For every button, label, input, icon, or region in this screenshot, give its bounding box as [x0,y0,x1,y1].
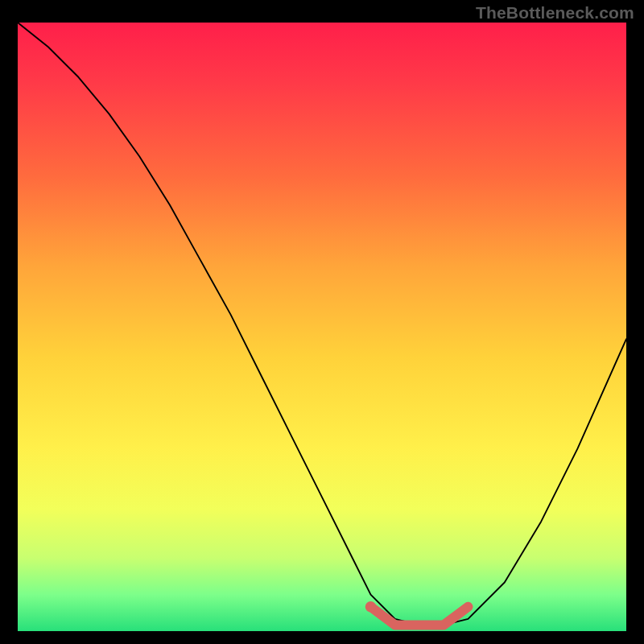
chart-stage: TheBottleneck.com [0,0,644,644]
chart-svg [18,23,626,631]
watermark-label: TheBottleneck.com [476,3,634,23]
curve-path [18,23,626,625]
highlight-dot [365,601,377,613]
